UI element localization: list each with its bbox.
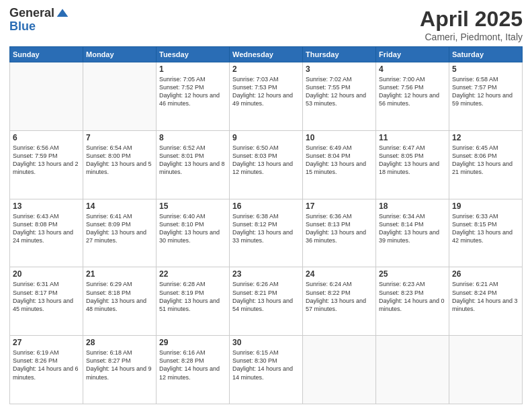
calendar-week-row: 6Sunrise: 6:56 AM Sunset: 7:59 PM Daylig… bbox=[10, 130, 523, 199]
calendar-day-cell: 22Sunrise: 6:28 AM Sunset: 8:19 PM Dayli… bbox=[157, 267, 230, 336]
day-number: 17 bbox=[306, 201, 373, 211]
calendar-day-cell: 24Sunrise: 6:24 AM Sunset: 8:22 PM Dayli… bbox=[303, 267, 376, 336]
day-number: 15 bbox=[159, 201, 226, 211]
day-info: Sunrise: 6:15 AM Sunset: 8:30 PM Dayligh… bbox=[232, 349, 300, 381]
calendar-day-cell: 5Sunrise: 6:58 AM Sunset: 7:57 PM Daylig… bbox=[449, 62, 523, 131]
weekday-header: Friday bbox=[376, 47, 449, 62]
day-number: 12 bbox=[452, 133, 519, 142]
day-info: Sunrise: 6:49 AM Sunset: 8:04 PM Dayligh… bbox=[306, 144, 373, 177]
day-number: 13 bbox=[13, 201, 80, 211]
day-info: Sunrise: 6:52 AM Sunset: 8:01 PM Dayligh… bbox=[159, 144, 226, 177]
weekday-header: Thursday bbox=[303, 47, 376, 62]
day-info: Sunrise: 6:40 AM Sunset: 8:10 PM Dayligh… bbox=[159, 212, 226, 245]
weekday-header: Tuesday bbox=[157, 47, 230, 62]
day-number: 23 bbox=[232, 269, 300, 279]
day-info: Sunrise: 6:54 AM Sunset: 8:00 PM Dayligh… bbox=[86, 144, 153, 177]
day-number: 28 bbox=[86, 338, 153, 347]
day-number: 2 bbox=[232, 64, 300, 74]
calendar-day-cell: 28Sunrise: 6:18 AM Sunset: 8:27 PM Dayli… bbox=[83, 336, 157, 404]
calendar-day-cell: 21Sunrise: 6:29 AM Sunset: 8:18 PM Dayli… bbox=[83, 267, 157, 336]
day-number: 27 bbox=[13, 338, 80, 347]
calendar-day-cell: 12Sunrise: 6:45 AM Sunset: 8:06 PM Dayli… bbox=[449, 130, 523, 199]
day-number: 20 bbox=[13, 269, 80, 279]
logo-text: General Blue bbox=[9, 7, 69, 34]
day-number: 1 bbox=[159, 64, 226, 74]
weekday-header: Sunday bbox=[10, 47, 83, 62]
calendar-table: SundayMondayTuesdayWednesdayThursdayFrid… bbox=[9, 46, 523, 404]
day-number: 21 bbox=[86, 269, 153, 279]
calendar-day-cell bbox=[303, 336, 376, 404]
day-info: Sunrise: 6:29 AM Sunset: 8:18 PM Dayligh… bbox=[86, 280, 153, 313]
day-number: 26 bbox=[452, 269, 519, 279]
day-info: Sunrise: 6:50 AM Sunset: 8:03 PM Dayligh… bbox=[232, 144, 300, 177]
day-info: Sunrise: 7:03 AM Sunset: 7:53 PM Dayligh… bbox=[232, 75, 300, 108]
day-number: 24 bbox=[306, 269, 373, 279]
calendar-subtitle: Cameri, Piedmont, Italy bbox=[420, 32, 523, 42]
logo: General Blue bbox=[9, 7, 69, 34]
day-info: Sunrise: 7:00 AM Sunset: 7:56 PM Dayligh… bbox=[379, 75, 446, 108]
calendar-day-cell: 6Sunrise: 6:56 AM Sunset: 7:59 PM Daylig… bbox=[10, 130, 83, 199]
day-info: Sunrise: 6:38 AM Sunset: 8:12 PM Dayligh… bbox=[232, 212, 300, 245]
day-info: Sunrise: 6:58 AM Sunset: 7:57 PM Dayligh… bbox=[452, 75, 519, 108]
day-number: 30 bbox=[232, 338, 300, 347]
day-number: 29 bbox=[159, 338, 226, 347]
day-number: 4 bbox=[379, 64, 446, 74]
weekday-header: Wednesday bbox=[230, 47, 303, 62]
calendar-day-cell: 11Sunrise: 6:47 AM Sunset: 8:05 PM Dayli… bbox=[376, 130, 449, 199]
day-number: 11 bbox=[379, 133, 446, 142]
day-info: Sunrise: 6:33 AM Sunset: 8:15 PM Dayligh… bbox=[452, 212, 519, 245]
calendar-day-cell bbox=[10, 62, 83, 131]
day-info: Sunrise: 7:05 AM Sunset: 7:52 PM Dayligh… bbox=[159, 75, 226, 108]
day-number: 5 bbox=[452, 64, 519, 74]
weekday-header-row: SundayMondayTuesdayWednesdayThursdayFrid… bbox=[10, 47, 523, 62]
calendar-day-cell: 29Sunrise: 6:16 AM Sunset: 8:28 PM Dayli… bbox=[157, 336, 230, 404]
day-info: Sunrise: 7:02 AM Sunset: 7:55 PM Dayligh… bbox=[306, 75, 373, 108]
day-info: Sunrise: 6:18 AM Sunset: 8:27 PM Dayligh… bbox=[86, 349, 153, 381]
day-info: Sunrise: 6:43 AM Sunset: 8:08 PM Dayligh… bbox=[13, 212, 80, 245]
calendar-title: April 2025 bbox=[420, 7, 523, 32]
logo-blue: Blue bbox=[9, 20, 69, 34]
calendar-day-cell: 30Sunrise: 6:15 AM Sunset: 8:30 PM Dayli… bbox=[230, 336, 303, 404]
weekday-header: Monday bbox=[83, 47, 157, 62]
day-number: 9 bbox=[232, 133, 300, 142]
day-number: 7 bbox=[86, 133, 153, 142]
day-number: 8 bbox=[159, 133, 226, 142]
day-number: 19 bbox=[452, 201, 519, 211]
calendar-day-cell: 4Sunrise: 7:00 AM Sunset: 7:56 PM Daylig… bbox=[376, 62, 449, 131]
svg-marker-0 bbox=[57, 9, 69, 17]
logo-icon bbox=[56, 7, 69, 20]
calendar-day-cell: 25Sunrise: 6:23 AM Sunset: 8:23 PM Dayli… bbox=[376, 267, 449, 336]
calendar-day-cell: 9Sunrise: 6:50 AM Sunset: 8:03 PM Daylig… bbox=[230, 130, 303, 199]
calendar-day-cell: 15Sunrise: 6:40 AM Sunset: 8:10 PM Dayli… bbox=[157, 199, 230, 267]
page: General Blue April 2025 Cameri, Piedmont… bbox=[0, 0, 532, 411]
day-info: Sunrise: 6:31 AM Sunset: 8:17 PM Dayligh… bbox=[13, 280, 80, 313]
weekday-header: Saturday bbox=[449, 47, 523, 62]
day-info: Sunrise: 6:34 AM Sunset: 8:14 PM Dayligh… bbox=[379, 212, 446, 245]
day-number: 6 bbox=[13, 133, 80, 142]
calendar-day-cell: 20Sunrise: 6:31 AM Sunset: 8:17 PM Dayli… bbox=[10, 267, 83, 336]
calendar-week-row: 20Sunrise: 6:31 AM Sunset: 8:17 PM Dayli… bbox=[10, 267, 523, 336]
day-number: 25 bbox=[379, 269, 446, 279]
logo-general: General bbox=[9, 7, 54, 20]
day-number: 22 bbox=[159, 269, 226, 279]
calendar-day-cell: 10Sunrise: 6:49 AM Sunset: 8:04 PM Dayli… bbox=[303, 130, 376, 199]
day-info: Sunrise: 6:47 AM Sunset: 8:05 PM Dayligh… bbox=[379, 144, 446, 177]
day-number: 3 bbox=[306, 64, 373, 74]
calendar-day-cell: 7Sunrise: 6:54 AM Sunset: 8:00 PM Daylig… bbox=[83, 130, 157, 199]
day-info: Sunrise: 6:56 AM Sunset: 7:59 PM Dayligh… bbox=[13, 144, 80, 177]
calendar-day-cell: 3Sunrise: 7:02 AM Sunset: 7:55 PM Daylig… bbox=[303, 62, 376, 131]
day-info: Sunrise: 6:36 AM Sunset: 8:13 PM Dayligh… bbox=[306, 212, 373, 245]
calendar-day-cell: 26Sunrise: 6:21 AM Sunset: 8:24 PM Dayli… bbox=[449, 267, 523, 336]
calendar-day-cell: 14Sunrise: 6:41 AM Sunset: 8:09 PM Dayli… bbox=[83, 199, 157, 267]
calendar-week-row: 1Sunrise: 7:05 AM Sunset: 7:52 PM Daylig… bbox=[10, 62, 523, 131]
day-number: 14 bbox=[86, 201, 153, 211]
day-info: Sunrise: 6:26 AM Sunset: 8:21 PM Dayligh… bbox=[232, 280, 300, 313]
calendar-day-cell: 23Sunrise: 6:26 AM Sunset: 8:21 PM Dayli… bbox=[230, 267, 303, 336]
calendar-day-cell: 1Sunrise: 7:05 AM Sunset: 7:52 PM Daylig… bbox=[157, 62, 230, 131]
day-info: Sunrise: 6:23 AM Sunset: 8:23 PM Dayligh… bbox=[379, 280, 446, 313]
calendar-week-row: 13Sunrise: 6:43 AM Sunset: 8:08 PM Dayli… bbox=[10, 199, 523, 267]
day-info: Sunrise: 6:45 AM Sunset: 8:06 PM Dayligh… bbox=[452, 144, 519, 177]
calendar-day-cell: 8Sunrise: 6:52 AM Sunset: 8:01 PM Daylig… bbox=[157, 130, 230, 199]
calendar-day-cell: 16Sunrise: 6:38 AM Sunset: 8:12 PM Dayli… bbox=[230, 199, 303, 267]
calendar-day-cell bbox=[376, 336, 449, 404]
